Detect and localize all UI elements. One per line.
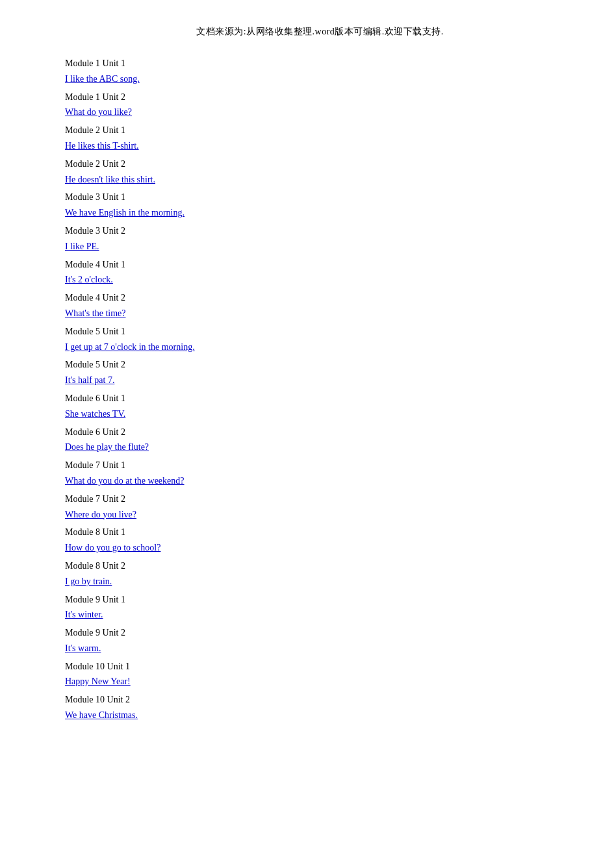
module-heading-2: Module 1 Unit 2 — [65, 90, 575, 105]
unit-link-13[interactable]: What do you do at the weekend? — [65, 473, 575, 489]
module-heading-16: Module 8 Unit 2 — [65, 558, 575, 574]
header-text: 文档来源为:从网络收集整理.word版本可编辑.欢迎下载支持. — [196, 27, 444, 36]
unit-link-19[interactable]: Happy New Year! — [65, 674, 575, 689]
unit-link-20[interactable]: We have Christmas. — [65, 708, 575, 723]
module-heading-12: Module 6 Unit 2 — [65, 425, 575, 440]
unit-link-6[interactable]: I like PE. — [65, 239, 575, 254]
module-heading-8: Module 4 Unit 2 — [65, 290, 575, 306]
module-heading-11: Module 6 Unit 1 — [65, 391, 575, 406]
unit-link-16[interactable]: I go by train. — [65, 574, 575, 589]
module-heading-10: Module 5 Unit 2 — [65, 357, 575, 373]
module-heading-4: Module 2 Unit 2 — [65, 156, 575, 172]
unit-link-4[interactable]: He doesn't like this shirt. — [65, 172, 575, 188]
module-heading-17: Module 9 Unit 1 — [65, 592, 575, 608]
content-area: Module 1 Unit 1I like the ABC song.Modul… — [65, 56, 575, 723]
unit-link-17[interactable]: It's winter. — [65, 607, 575, 623]
unit-link-7[interactable]: It's 2 o'clock. — [65, 272, 575, 288]
unit-link-12[interactable]: Does he play the flute? — [65, 440, 575, 455]
module-heading-20: Module 10 Unit 2 — [65, 692, 575, 708]
module-heading-6: Module 3 Unit 2 — [65, 223, 575, 239]
module-heading-9: Module 5 Unit 1 — [65, 324, 575, 340]
unit-link-5[interactable]: We have English in the morning. — [65, 205, 575, 221]
module-heading-14: Module 7 Unit 2 — [65, 491, 575, 507]
unit-link-8[interactable]: What's the time? — [65, 306, 575, 321]
unit-link-15[interactable]: How do you go to school? — [65, 540, 575, 556]
module-heading-7: Module 4 Unit 1 — [65, 257, 575, 273]
unit-link-9[interactable]: I get up at 7 o'clock in the morning. — [65, 340, 575, 355]
module-heading-19: Module 10 Unit 1 — [65, 659, 575, 675]
unit-link-18[interactable]: It's warm. — [65, 641, 575, 656]
module-heading-5: Module 3 Unit 1 — [65, 190, 575, 205]
unit-link-3[interactable]: He likes this T-shirt. — [65, 138, 575, 154]
module-heading-15: Module 8 Unit 1 — [65, 525, 575, 540]
unit-link-11[interactable]: She watches TV. — [65, 406, 575, 422]
unit-link-14[interactable]: Where do you live? — [65, 507, 575, 523]
page: 文档来源为:从网络收集整理.word版本可编辑.欢迎下载支持. Module 1… — [0, 0, 614, 868]
module-heading-13: Module 7 Unit 1 — [65, 458, 575, 473]
module-heading-18: Module 9 Unit 2 — [65, 625, 575, 641]
unit-link-2[interactable]: What do you like? — [65, 105, 575, 120]
module-heading-3: Module 2 Unit 1 — [65, 123, 575, 138]
module-heading-1: Module 1 Unit 1 — [65, 56, 575, 71]
unit-link-10[interactable]: It's half pat 7. — [65, 373, 575, 388]
unit-link-1[interactable]: I like the ABC song. — [65, 71, 575, 87]
page-header: 文档来源为:从网络收集整理.word版本可编辑.欢迎下载支持. — [65, 26, 575, 38]
